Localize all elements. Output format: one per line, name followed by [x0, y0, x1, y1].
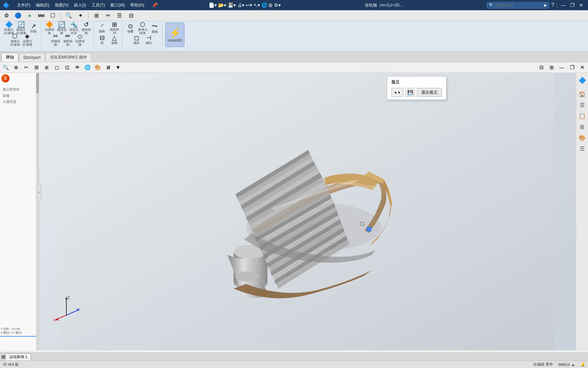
sphere-btn[interactable]: 🔵 — [14, 11, 22, 20]
bottom-tab-motion[interactable]: 运动算例 1 — [5, 353, 31, 360]
select-btn[interactable]: ↖▾ — [254, 2, 260, 8]
grid2-btn[interactable]: ⊞ — [92, 11, 101, 20]
options-btn[interactable]: 🌐 — [261, 2, 267, 8]
search-box[interactable]: 🔍 ▶ — [487, 2, 549, 9]
view-right-controls: ⊟ ⊞ — ❐ ✕ — [537, 63, 587, 72]
right-home-btn[interactable]: 🏠 — [577, 89, 587, 99]
iso-mode-btn[interactable]: ● ▾ — [391, 88, 403, 97]
boundary-cut-btn[interactable]: ◇ 边界切除 — [75, 34, 85, 45]
face-btn[interactable]: ✦ — [76, 11, 85, 20]
rib-btn[interactable]: ⊟ 筋 — [97, 34, 108, 45]
instant3d-icon: ⚡ — [169, 27, 181, 39]
fillet-btn[interactable]: ◜ 圆角 — [97, 22, 108, 33]
measure-btn[interactable]: ⊟ — [127, 11, 135, 20]
view-screen-btn[interactable]: 🖥 — [103, 63, 112, 72]
circle-btn[interactable]: ● — [25, 11, 34, 20]
grid-btn[interactable]: ⊞ — [268, 2, 273, 8]
search2-btn[interactable]: 🔍 — [64, 11, 73, 20]
square-btn[interactable]: ☐ — [48, 11, 57, 20]
revolve-cut-btn[interactable]: 🔃 旋转切除 — [56, 22, 67, 33]
extrude-cut-btn[interactable]: 🔶 拉伸切除 — [44, 22, 55, 33]
panel-scrollbar[interactable] — [36, 73, 39, 350]
instant3d-btn[interactable]: ⚡ Instant3D — [165, 22, 184, 47]
scrollbar-thumb[interactable] — [36, 73, 39, 93]
sweep-btn[interactable]: ↗ 扫描 — [28, 22, 39, 33]
revolve-cut2-btn[interactable]: ↺ 旋转切削 — [81, 22, 92, 33]
open-btn[interactable]: 📂▾ — [218, 2, 226, 8]
title-center: 齿轮轴（m=3,z=20... — [281, 2, 487, 8]
tab-dimxpert[interactable]: DimXpert — [19, 53, 45, 62]
status-notification[interactable]: 🔔 — [581, 362, 585, 367]
menu-edit[interactable]: 编辑(E) — [34, 2, 51, 9]
view-tiles-btn[interactable]: ⊞ — [547, 63, 556, 72]
curves-btn[interactable]: 〜 曲线 — [149, 22, 160, 33]
view-hide-btn[interactable]: 👁 — [73, 63, 82, 72]
right-folder-btn[interactable]: 📋 — [577, 111, 587, 121]
right-grid-btn[interactable]: ⊞ — [577, 122, 587, 132]
restore-btn[interactable]: ❐ — [568, 1, 576, 9]
question-icon[interactable]: ? — [551, 2, 554, 8]
menu-tools[interactable]: 工具(T) — [89, 2, 107, 9]
menu-view[interactable]: 视图(V) — [53, 2, 70, 9]
linear-pattern-btn[interactable]: ⊞ 线性阵列 — [109, 22, 120, 33]
iso-save-btn[interactable]: 💾 — [405, 88, 415, 97]
new-btn[interactable]: 📄▾ — [209, 2, 217, 8]
right-color-btn[interactable]: 🎨 — [577, 133, 587, 142]
view-zoom-fit-btn[interactable]: ⊕ — [12, 63, 20, 72]
table-btn[interactable]: ☰ — [115, 11, 124, 20]
right-list-btn[interactable]: ☰ — [577, 100, 587, 110]
pin-icon[interactable]: 📌 — [152, 2, 158, 8]
feature-hide-item[interactable]: 隐藏 — [3, 93, 36, 99]
settings-btn[interactable]: ⚙▾ — [274, 2, 281, 8]
view-array-btn[interactable]: ⊞ — [32, 63, 41, 72]
save-btn[interactable]: 💾▾ — [228, 2, 236, 8]
settings-toolbar-btn[interactable]: ⚙ — [2, 11, 11, 20]
menu-window[interactable]: 窗口(W) — [108, 2, 127, 9]
right-menu-btn[interactable]: ☰ — [577, 144, 587, 153]
exit-isolation-btn[interactable]: 退出孤立 — [417, 88, 442, 97]
view-expand-btn[interactable]: ⊟ — [537, 63, 546, 72]
feature-transparency-item[interactable]: 大透明度 — [3, 99, 36, 105]
revolve-boss-btn[interactable]: 🔄 旋转凸台/基体 — [16, 22, 27, 33]
sweep-cut-btn[interactable]: ✂ 扫描切除 — [50, 34, 61, 45]
view-3d-btn[interactable]: ◻ — [52, 63, 61, 72]
view-color-btn[interactable]: 🎨 — [93, 63, 102, 72]
feature-tree-item[interactable]: 显示零部件 — [3, 87, 36, 93]
extrude-boss-btn[interactable]: 🔷 拉伸凸台/基体 — [3, 22, 14, 33]
view-display-btn[interactable]: ⊡ — [63, 63, 71, 72]
draft-btn[interactable]: △ 拔模 — [109, 34, 120, 45]
minimize-btn[interactable]: — — [559, 1, 568, 9]
menu-help[interactable]: 帮助(H) — [128, 2, 146, 9]
model-icon[interactable]: ⊞ — [1, 354, 5, 359]
view-zoom-btn[interactable]: 🔍 — [1, 63, 10, 72]
ref-geometry-btn[interactable]: ⬡ 参考几何体 — [137, 22, 148, 33]
view-section-btn[interactable]: ✂ — [22, 63, 31, 72]
wrap-btn[interactable]: ⊙ 包覆 — [125, 22, 136, 33]
loft-cut-btn[interactable]: ✏ 放样切割 — [62, 34, 73, 45]
search-submit-icon[interactable]: ▶ — [544, 3, 547, 7]
cut-btn[interactable]: ✂ — [103, 11, 112, 20]
search-input[interactable] — [495, 3, 543, 7]
loft-boss-btn[interactable]: ⬡ 放样凸台/基体 — [10, 34, 20, 45]
tab-evaluate[interactable]: 评估 — [1, 53, 18, 62]
menu-insert[interactable]: 插入(I) — [72, 2, 88, 9]
print-btn[interactable]: 🖨▾ — [237, 2, 244, 8]
boundary-boss-btn[interactable]: ◈ 边界凸台/基体 — [22, 34, 33, 45]
view-close-btn[interactable]: ✕ — [578, 63, 587, 72]
viewport[interactable]: 孤立 ● ▾ 💾 退出孤立 Z Y — [39, 73, 576, 350]
view-minimize-btn[interactable]: — — [557, 63, 566, 72]
undo-btn[interactable]: ↩▾ — [246, 2, 252, 8]
status-units[interactable]: MMGS ▲ — [558, 363, 575, 367]
panel-collapse-btn[interactable]: › — [36, 184, 42, 201]
view-assembly-btn[interactable]: ⊕ — [42, 63, 51, 72]
view-appearance-btn[interactable]: 🌐 — [83, 63, 92, 72]
hole-wizard-btn[interactable]: 🔩 异型孔向导 — [68, 22, 79, 33]
shell-btn[interactable]: ◻ 抽壳 — [131, 34, 142, 45]
view-more-btn[interactable]: ▼ — [114, 63, 122, 72]
close-btn[interactable]: ✕ — [577, 1, 585, 9]
menu-file[interactable]: 文件(F) — [15, 2, 32, 9]
mm-btn[interactable]: MM — [37, 11, 46, 20]
view-restore-btn[interactable]: ❐ — [568, 63, 576, 72]
tab-solidworks-addins[interactable]: SOLIDWORKS 插件 — [46, 53, 92, 62]
mirror-btn[interactable]: ⊣ 镜向 — [143, 34, 154, 45]
